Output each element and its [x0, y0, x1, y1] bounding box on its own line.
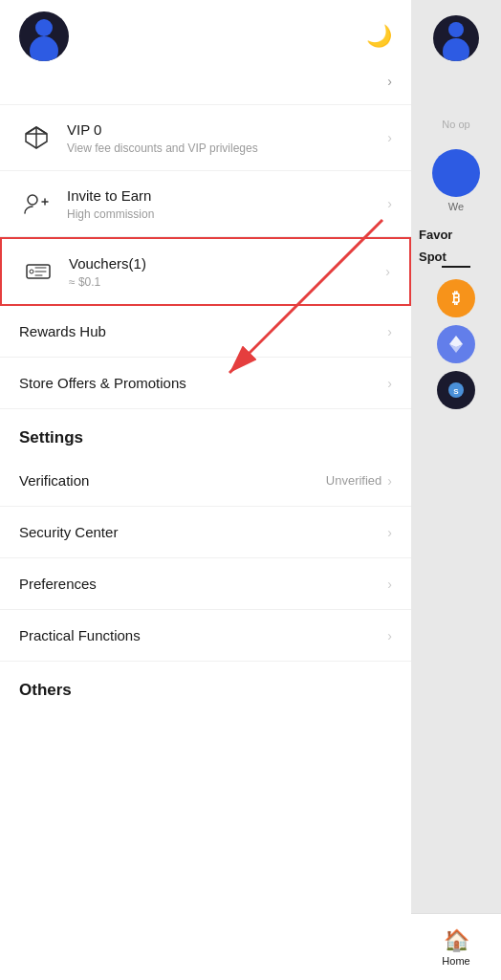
verification-item[interactable]: Verification Unverified ›: [0, 455, 411, 507]
profile-chevron-icon: ›: [387, 74, 392, 89]
vip-menu-item[interactable]: VIP 0 View fee discounts and VIP privile…: [0, 105, 411, 171]
vip-right: ›: [387, 130, 392, 145]
vouchers-subtitle: ≈ $0.1: [69, 275, 385, 289]
preferences-title: Preferences: [19, 576, 387, 592]
vouchers-right: ›: [385, 264, 390, 279]
side-favor-label: Favor: [411, 228, 452, 242]
vouchers-menu-item[interactable]: Vouchers(1) ≈ $0.1 ›: [0, 237, 411, 306]
svg-line-2: [26, 127, 36, 134]
avatar-body: [30, 36, 58, 61]
side-btc-icon: ₿: [437, 279, 475, 317]
vip-chevron-icon: ›: [387, 130, 392, 145]
side-no-op-text: No op: [442, 119, 469, 130]
vouchers-title: Vouchers(1): [69, 254, 385, 273]
store-offers-chevron-icon: ›: [387, 376, 392, 391]
vouchers-chevron-icon: ›: [385, 264, 390, 279]
practical-functions-item[interactable]: Practical Functions ›: [0, 610, 411, 662]
verification-chevron-icon: ›: [387, 473, 392, 489]
invite-right: ›: [387, 196, 392, 211]
side-strk-icon: S: [437, 371, 475, 409]
security-center-title: Security Center: [19, 524, 387, 540]
svg-text:S: S: [453, 387, 459, 396]
rewards-hub-title: Rewards Hub: [19, 323, 387, 339]
rewards-hub-chevron-icon: ›: [387, 324, 392, 339]
vip-icon: [19, 120, 54, 155]
verification-title: Verification: [19, 472, 326, 489]
side-spot-underline: [442, 266, 470, 268]
preferences-chevron-icon: ›: [387, 577, 392, 592]
avatar-head: [35, 19, 53, 36]
avatar[interactable]: [19, 11, 69, 61]
side-spot-label: Spot: [411, 250, 447, 264]
svg-point-9: [30, 270, 33, 273]
home-icon: 🏠: [444, 928, 469, 953]
preferences-item[interactable]: Preferences ›: [0, 558, 411, 610]
main-panel: 🌙 › VIP 0 View fee discounts and VIP pri…: [0, 0, 411, 980]
vip-title: VIP 0: [67, 120, 387, 140]
svg-line-3: [36, 127, 47, 134]
others-header: Others: [0, 662, 411, 708]
vouchers-content: Vouchers(1) ≈ $0.1: [69, 254, 385, 289]
verification-right: Unverified ›: [326, 473, 392, 489]
side-avatar-head: [448, 22, 464, 37]
invite-chevron-icon: ›: [387, 196, 392, 211]
invite-menu-item[interactable]: Invite to Earn High commission ›: [0, 171, 411, 237]
store-offers-item[interactable]: Store Offers & Promotions ›: [0, 358, 411, 409]
security-center-chevron-icon: ›: [387, 525, 392, 540]
side-eth-icon: [437, 325, 475, 363]
profile-area[interactable]: ›: [0, 67, 411, 105]
side-we-label: We: [448, 201, 464, 212]
practical-functions-title: Practical Functions: [19, 627, 387, 643]
invite-title: Invite to Earn: [67, 186, 387, 206]
vip-content: VIP 0 View fee discounts and VIP privile…: [67, 120, 387, 155]
side-blue-circle: [432, 149, 480, 197]
home-bar[interactable]: 🏠 Home: [411, 913, 501, 980]
moon-icon[interactable]: 🌙: [366, 24, 392, 49]
security-center-item[interactable]: Security Center ›: [0, 507, 411, 558]
verification-value: Unverified: [326, 473, 382, 488]
svg-point-5: [28, 195, 37, 205]
settings-header: Settings: [0, 409, 411, 455]
header: 🌙: [0, 0, 411, 67]
invite-icon: [19, 186, 54, 221]
side-avatar-body: [443, 38, 469, 61]
home-label: Home: [442, 955, 469, 967]
side-avatar: [433, 15, 479, 61]
practical-functions-chevron-icon: ›: [387, 628, 392, 643]
invite-content: Invite to Earn High commission: [67, 186, 387, 221]
store-offers-title: Store Offers & Promotions: [19, 375, 387, 391]
side-panel: No op We Favor Spot ₿ S 🏠 Home: [411, 0, 501, 980]
voucher-icon: [21, 254, 55, 289]
vip-subtitle: View fee discounts and VIP privileges: [67, 142, 387, 155]
invite-subtitle: High commission: [67, 207, 387, 221]
rewards-hub-item[interactable]: Rewards Hub ›: [0, 306, 411, 358]
